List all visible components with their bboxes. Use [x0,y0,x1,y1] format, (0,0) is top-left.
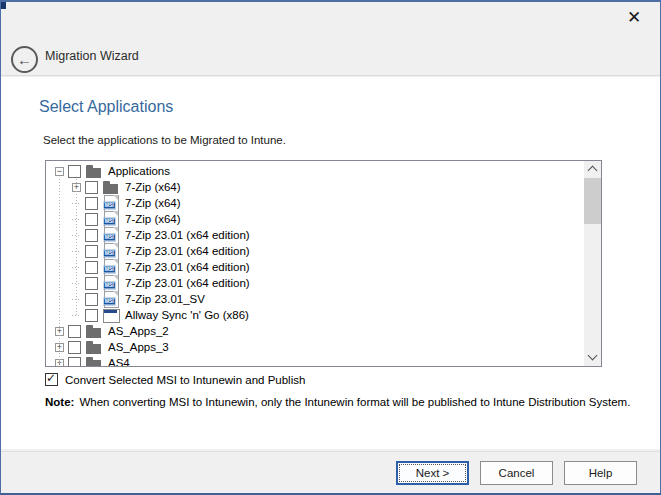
msi-badge: MSI [103,250,115,258]
chevron-down-icon [588,351,598,361]
tree-item-label: 7-Zip 23.01 (x64 edition) [123,277,252,289]
tree-item-checkbox[interactable] [85,245,98,258]
convert-msi-option[interactable]: ✓ Convert Selected MSI to Intunewin and … [45,373,305,386]
msi-badge: MSI [103,266,115,274]
scrollbar-down-arrow[interactable] [584,349,601,366]
tree-item-label: Applications [106,165,172,177]
tree-item[interactable]: MSI7-Zip (x64) [46,195,584,211]
tree-item[interactable]: MSI7-Zip 23.01 (x64 edition) [46,227,584,243]
tree-item-checkbox[interactable] [68,357,81,367]
next-button[interactable]: Next > [396,461,469,485]
tree-item-checkbox[interactable] [85,293,98,306]
page-heading: Select Applications [39,98,173,116]
tree-item-checkbox[interactable] [85,309,98,322]
tree-item-label: 7-Zip 23.01 (x64 edition) [123,245,252,257]
applications-tree[interactable]: −Applications+7-Zip (x64)MSI7-Zip (x64)M… [45,160,602,367]
tree-item-label: 7-Zip 23.01 (x64 edition) [123,261,252,273]
back-button[interactable]: ← [11,46,38,73]
tree-item[interactable]: +AS4 [46,355,584,366]
back-arrow-icon: ← [17,51,32,68]
tree-item-label: 7-Zip (x64) [123,213,183,225]
tree-connector-line [59,179,60,363]
window-corner-accent [1,2,6,9]
tree-item[interactable]: Allway Sync 'n' Go (x86) [46,307,584,323]
chevron-up-icon [588,166,598,176]
note: Note:When converting MSI to Intunewin, o… [45,396,630,408]
msi-badge: MSI [103,218,115,226]
msi-file-icon: MSI [103,227,119,243]
tree-expander-minus[interactable]: − [55,167,64,176]
tree-item[interactable]: −Applications [46,163,584,179]
tree-item-checkbox[interactable] [68,325,81,338]
tree-item-label: AS_Apps_2 [106,325,171,337]
tree-item[interactable]: +7-Zip (x64) [46,179,584,195]
instruction-text: Select the applications to be Migrated t… [43,134,286,146]
folder-icon [86,163,102,179]
tree-item[interactable]: +AS_Apps_3 [46,339,584,355]
folder-icon [86,339,102,355]
msi-badge: MSI [103,234,115,242]
msi-file-icon: MSI [103,211,119,227]
msi-file-icon: MSI [103,243,119,259]
folder-icon [103,179,119,195]
tree-item-label: 7-Zip (x64) [123,197,183,209]
tree-item-checkbox[interactable] [85,229,98,242]
migration-wizard-window: ✕ ← Migration Wizard Select Applications… [0,0,661,495]
scrollbar-thumb[interactable] [584,178,601,224]
tree-item[interactable]: +AS_Apps_2 [46,323,584,339]
note-text: When converting MSI to Intunewin, only t… [79,396,630,408]
msi-file-icon: MSI [103,291,119,307]
folder-icon [86,355,102,366]
tree-rows: −Applications+7-Zip (x64)MSI7-Zip (x64)M… [46,161,584,366]
tree-item-label: 7-Zip (x64) [123,181,183,193]
tree-item[interactable]: MSI7-Zip 23.01 (x64 edition) [46,243,584,259]
titlebar: ✕ [1,2,660,33]
tree-connector-line [76,179,77,315]
tree-item-checkbox[interactable] [85,181,98,194]
tree-item-checkbox[interactable] [85,213,98,226]
content-area: Select Applications Select the applicati… [1,77,660,449]
tree-vertical-scrollbar[interactable] [584,161,601,366]
tree-item-label: AS4 [106,357,132,366]
tree-item-label: 7-Zip 23.01 (x64 edition) [123,229,252,241]
footer: Next >CancelHelp [1,451,660,493]
tree-item-checkbox[interactable] [68,165,81,178]
tree-item[interactable]: MSI7-Zip 23.01_SV [46,291,584,307]
wizard-header: ← Migration Wizard [1,33,660,76]
help-button[interactable]: Help [564,461,637,485]
cancel-button[interactable]: Cancel [480,461,553,485]
msi-file-icon: MSI [103,275,119,291]
tree-item[interactable]: MSI7-Zip 23.01 (x64 edition) [46,275,584,291]
close-button[interactable]: ✕ [612,4,656,31]
app-window-icon [103,307,119,323]
convert-msi-checkbox[interactable]: ✓ [45,373,58,386]
tree-item-label: AS_Apps_3 [106,341,171,353]
folder-icon [86,323,102,339]
note-label: Note: [45,396,74,408]
checkmark-icon: ✓ [46,371,56,385]
msi-file-icon: MSI [103,195,119,211]
msi-badge: MSI [103,282,115,290]
scrollbar-up-arrow[interactable] [584,161,601,178]
tree-item[interactable]: MSI7-Zip 23.01 (x64 edition) [46,259,584,275]
tree-item-checkbox[interactable] [85,261,98,274]
tree-item[interactable]: MSI7-Zip (x64) [46,211,584,227]
tree-item-label: 7-Zip 23.01_SV [123,293,207,305]
tree-item-checkbox[interactable] [68,341,81,354]
tree-item-checkbox[interactable] [85,277,98,290]
convert-msi-label: Convert Selected MSI to Intunewin and Pu… [65,374,305,386]
tree-connector: − [55,167,64,176]
msi-badge: MSI [103,298,115,306]
tree-item-checkbox[interactable] [85,197,98,210]
wizard-title: Migration Wizard [45,33,139,76]
tree-item-label: Allway Sync 'n' Go (x86) [123,309,251,321]
msi-file-icon: MSI [103,259,119,275]
msi-badge: MSI [103,202,115,210]
